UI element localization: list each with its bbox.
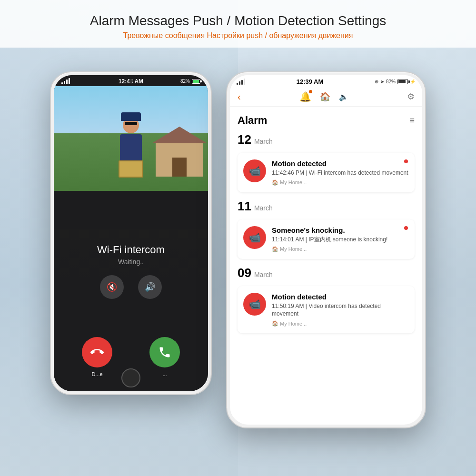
signal-bar-4 [69, 78, 70, 84]
alarm-title: Alarm [238, 114, 267, 127]
volume-down-button[interactable] [50, 151, 51, 169]
bell-button[interactable]: 🔔 [299, 91, 311, 102]
person-sunglasses [125, 122, 137, 125]
date-month-11: March [254, 204, 273, 212]
person-head [123, 117, 139, 133]
alarm-item-1[interactable]: 📹 Someone's knocking. 11:14:01 AM | IP室内… [238, 219, 415, 259]
delivery-box [119, 160, 143, 178]
unread-dot-0 [404, 159, 408, 163]
volume-up-button[interactable] [50, 129, 51, 147]
motion-icon-2: 📹 [249, 298, 261, 310]
decline-icon [90, 346, 104, 359]
right-arrow-icon: ➤ [380, 79, 384, 84]
date-label-12: 12 March [238, 132, 415, 147]
alarm-text-2: Motion detected 11:50:19 AM | Video inte… [272, 293, 409, 327]
alarm-text-1: Someone's knocking. 11:14:01 AM | IP室内机 … [272, 226, 409, 252]
call-overlay: Wi-Fi intercom Waiting.. 🔇 🔊 [54, 229, 208, 391]
house-body [156, 143, 203, 177]
alarm-content: Alarm ≡ 12 March 📹 Motion detected 11:42… [230, 107, 422, 425]
back-button[interactable]: ‹ [238, 91, 241, 102]
right-location-icon: ⊕ [375, 79, 378, 84]
left-battery-pct: 82% [180, 79, 190, 84]
motion-icon-1: 📹 [249, 232, 261, 243]
alarm-desc-2: 11:50:19 AM | Video intercom has detecte… [272, 302, 409, 318]
signal-bars [237, 79, 245, 85]
alarm-title-1: Someone's knocking. [272, 226, 409, 234]
home-mini-icon-0: 🏠 [272, 179, 278, 186]
alarm-icon-1: 📹 [243, 226, 266, 249]
left-phone-screen: 12:40 AM 82% [54, 75, 208, 391]
signal-bar-2 [64, 81, 65, 84]
alarm-item-2[interactable]: 📹 Motion detected 11:50:19 AM | Video in… [238, 286, 415, 334]
caller-name: Wi-Fi intercom [97, 244, 165, 256]
speaker-button[interactable]: 🔊 [138, 275, 162, 299]
date-month-12: March [254, 138, 273, 145]
house-roof [152, 127, 207, 143]
charging-icon: ⚡ [410, 79, 416, 84]
bell-notification-dot [309, 90, 312, 93]
home-mini-icon-2: 🏠 [272, 320, 278, 327]
page-subtitle: Тревожные сообщения Настройки push / обн… [10, 31, 466, 40]
power-button[interactable] [211, 139, 212, 168]
page-title: Alarm Messages Push / Motion Detection S… [10, 13, 466, 29]
accept-area: ... [149, 337, 180, 367]
decline-button[interactable]: D...e [82, 337, 112, 367]
date-day-09: 09 [238, 266, 251, 280]
right-signal [237, 79, 245, 85]
decline-label: D...e [91, 371, 102, 377]
phones-container: 12:40 AM 82% [0, 62, 476, 476]
right-battery-pct: 82% [386, 79, 396, 84]
signal-indicator [61, 78, 70, 84]
alarm-icon-2: 📹 [243, 293, 266, 316]
signal-bar-3 [66, 79, 68, 84]
battery-icon [397, 79, 408, 84]
date-label-09: 09 March [238, 266, 415, 280]
nav-icons: 🔔 🏠 🔈 [299, 91, 348, 102]
volume-icon[interactable]: 🔈 [339, 92, 348, 101]
front-camera [129, 79, 133, 83]
alarm-header: Alarm ≡ [238, 114, 415, 127]
person-hat [121, 112, 141, 121]
person-body [120, 134, 142, 160]
mute-button[interactable]: 🔇 [100, 275, 124, 299]
sig-1 [237, 83, 238, 85]
filter-button[interactable]: ≡ [409, 116, 415, 126]
page-header: Alarm Messages Push / Motion Detection S… [0, 0, 476, 48]
sig-4 [244, 79, 245, 85]
motion-icon-0: 📹 [249, 165, 261, 177]
speaker-area: 🔊 [138, 275, 162, 299]
date-label-11: 11 March [238, 199, 415, 214]
alarm-item-0[interactable]: 📹 Motion detected 11:42:46 PM | Wi-Fi in… [238, 153, 415, 192]
alarm-text-0: Motion detected 11:42:46 PM | Wi-Fi inte… [272, 159, 409, 186]
right-time: 12:39 AM [297, 78, 324, 85]
call-actions: 🔇 🔊 [100, 275, 162, 299]
alarm-title-2: Motion detected [272, 293, 409, 301]
alarm-loc-2: 🏠 My Home .. [272, 320, 409, 327]
alarm-title-0: Motion detected [272, 159, 409, 168]
home-mini-icon-1: 🏠 [272, 246, 278, 252]
right-battery-area: ⊕ ➤ 82% ⚡ [375, 79, 416, 84]
call-status: Waiting.. [118, 258, 144, 266]
mute-area: 🔇 [100, 275, 124, 299]
right-phone-screen: 12:39 AM ⊕ ➤ 82% ⚡ ‹ 🔔 [230, 75, 422, 425]
settings-button[interactable]: ⚙ [407, 91, 415, 102]
date-day-11: 11 [238, 199, 251, 214]
home-icon[interactable]: 🏠 [320, 91, 330, 102]
accept-label: ... [162, 371, 167, 377]
sig-2 [239, 81, 240, 85]
right-navbar: ‹ 🔔 🏠 🔈 ⚙ [230, 87, 422, 107]
alarm-icon-0: 📹 [243, 159, 266, 182]
signal-bar-1 [61, 82, 63, 84]
accept-button[interactable]: ... [149, 337, 180, 367]
delivery-person [114, 117, 148, 178]
sig-3 [241, 80, 243, 85]
decline-area: D...e [82, 337, 112, 367]
date-day-12: 12 [238, 132, 251, 147]
home-button[interactable] [121, 368, 140, 387]
accept-icon [158, 346, 171, 359]
left-battery: 82% [180, 79, 200, 84]
left-phone: 12:40 AM 82% [50, 71, 212, 395]
video-feed [54, 86, 208, 191]
call-buttons: D...e ... [63, 337, 198, 367]
unread-dot-1 [404, 226, 408, 230]
